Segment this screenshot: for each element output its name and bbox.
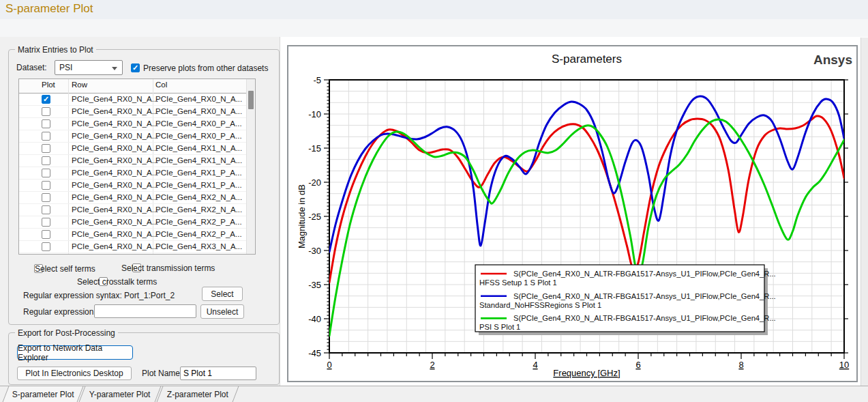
table-row[interactable]: PCIe_Gen4_RX0_N_A...PCIe_Gen4_RX2_N_A...: [19, 192, 248, 204]
table-row[interactable]: PCIe_Gen4_RX0_N_A...PCIe_Gen4_RX1_N_A...: [19, 155, 248, 167]
row-cell: PCIe_Gen4_RX0_N_A...: [72, 205, 158, 214]
svg-text:4: 4: [533, 360, 537, 370]
dataset-select[interactable]: PSI: [55, 60, 123, 75]
plot-checkbox[interactable]: [42, 119, 50, 128]
table-scrollbar[interactable]: [246, 79, 255, 254]
preserve-plots-label: Preserve plots from other datasets: [143, 63, 268, 73]
select-button[interactable]: Select: [202, 287, 243, 301]
svg-text:-30: -30: [308, 246, 321, 256]
plot-checkbox[interactable]: [42, 144, 50, 153]
table-row[interactable]: PCIe_Gen4_RX0_N_A...PCIe_Gen4_RX1_P_A...: [19, 180, 248, 192]
col-cell: PCIe_Gen4_RX1_N_A...: [155, 144, 242, 152]
panel-splitter[interactable]: [280, 37, 280, 386]
plot-checkbox[interactable]: [42, 132, 50, 141]
chart-title: S-parameters: [552, 53, 622, 66]
legend-entry-name: S(PCIe_Gen4_RX0_N_ALTR-FBGA1517-Ansys_U1…: [513, 314, 776, 322]
plot-checkbox[interactable]: [42, 169, 50, 177]
x-axis-label: Frequency [GHz]: [553, 368, 620, 378]
table-row[interactable]: PCIe_Gen4_RX0_N_A...PCIe_Gen4_RX3_N_A...: [19, 241, 248, 253]
regex-syntax-label: Regular expression syntax: Port_1:Port_2: [23, 291, 175, 300]
table-row[interactable]: PCIe_Gen4_RX0_N_A...PCIe_Gen4_RX2_P_A...: [19, 216, 248, 229]
row-cell: PCIe_Gen4_RX0_N_A...: [72, 230, 158, 238]
svg-text:-45: -45: [308, 348, 321, 358]
col-cell: PCIe_Gen4_RX0_P_A...: [155, 132, 242, 140]
chart-frame: S-parametersAnsys0246810-5-10-15-20-25-3…: [287, 45, 858, 382]
row-cell: PCIe_Gen4_RX0_N_A...: [72, 181, 158, 189]
column-header-plot[interactable]: Plot: [42, 81, 55, 89]
plot-checkbox[interactable]: [42, 156, 50, 165]
tab-s-parameter-plot[interactable]: S-parameter Plot: [3, 386, 84, 402]
col-cell: PCIe_Gen4_RX2_N_A...: [155, 193, 242, 201]
svg-text:-25: -25: [308, 212, 321, 222]
plot-checkbox[interactable]: [42, 193, 50, 202]
column-header-col[interactable]: Col: [155, 81, 167, 89]
table-row[interactable]: PCIe_Gen4_RX0_N_A...PCIe_Gen4_RX1_N_A...: [19, 143, 248, 155]
regex-label: Regular expression:: [23, 307, 96, 317]
plot-checkbox[interactable]: [42, 218, 50, 227]
plot-checkbox[interactable]: [42, 95, 50, 104]
tab-z-parameter-plot[interactable]: Z-parameter Plot: [157, 386, 239, 402]
chevron-down-icon: [112, 67, 117, 70]
plot-checkbox[interactable]: [42, 230, 50, 239]
svg-text:10: 10: [839, 360, 849, 370]
svg-text:-10: -10: [308, 109, 321, 119]
unselect-button[interactable]: Unselect: [200, 304, 244, 319]
row-cell: PCIe_Gen4_RX0_N_A...: [72, 193, 158, 201]
tab-bar: S-parameter Plot Y-parameter Plot Z-para…: [0, 386, 868, 402]
table-row[interactable]: PCIe_Gen4_RX0_N_A...PCIe_Gen4_RX2_P_A...: [19, 229, 248, 241]
row-cell: PCIe_Gen4_RX0_N_A...: [72, 119, 158, 128]
y-tick-labels: -5-10-15-20-25-30-35-40-45: [308, 75, 321, 358]
table-row[interactable]: PCIe_Gen4_RX0_N_A...PCIe_Gen4_RX0_N_A...: [19, 106, 248, 118]
select-transmission-terms-label: Select transmission terms: [121, 263, 215, 273]
svg-text:2: 2: [430, 360, 434, 370]
dataset-label: Dataset:: [16, 63, 47, 72]
table-row[interactable]: PCIe_Gen4_RX0_N_A...PCIe_Gen4_RX2_N_A...: [19, 204, 248, 216]
plot-in-electronics-desktop-button[interactable]: Plot In Electronics Desktop: [17, 367, 132, 380]
col-cell: PCIe_Gen4_RX0_N_A...: [155, 107, 242, 115]
dataset-value: PSI: [59, 63, 72, 72]
toolbar: logx→ logy↑: [0, 19, 868, 38]
plot-name-input[interactable]: [180, 367, 256, 380]
col-cell: PCIe_Gen4_RX1_P_A...: [155, 181, 242, 189]
row-cell: PCIe_Gen4_RX0_N_A...: [72, 132, 158, 140]
svg-text:8: 8: [738, 360, 743, 370]
row-cell: PCIe_Gen4_RX0_N_A...: [72, 107, 158, 115]
table-row[interactable]: PCIe_Gen4_RX0_N_A...PCIe_Gen4_RX0_P_A...: [19, 130, 248, 143]
plot-checkbox[interactable]: [42, 205, 50, 214]
row-cell: PCIe_Gen4_RX0_N_A...: [72, 95, 158, 103]
table-row[interactable]: PCIe_Gen4_RX0_N_A...PCIe_Gen4_RX3_N_A...: [19, 253, 248, 255]
matrix-entries-group-title: Matrix Entries to Plot: [15, 45, 96, 55]
col-cell: PCIe_Gen4_RX2_N_A...: [155, 205, 242, 214]
y-axis-label: Magnitude in dB: [297, 184, 307, 248]
svg-text:-20: -20: [308, 177, 321, 188]
plot-checkbox[interactable]: [42, 181, 50, 190]
plot-checkbox[interactable]: [42, 107, 50, 116]
row-cell: PCIe_Gen4_RX0_N_A...: [72, 218, 158, 226]
col-cell: PCIe_Gen4_RX2_P_A...: [155, 230, 242, 238]
table-row[interactable]: PCIe_Gen4_RX0_N_A...PCIe_Gen4_RX1_P_A...: [19, 167, 248, 180]
row-cell: PCIe_Gen4_RX0_N_A...: [72, 242, 158, 250]
column-header-row[interactable]: Row: [72, 81, 87, 89]
tab-y-parameter-plot[interactable]: Y-parameter Plot: [79, 386, 162, 402]
plot-checkbox[interactable]: [42, 242, 50, 251]
svg-text:6: 6: [635, 360, 640, 370]
chart-legend: S(PCIe_Gen4_RX0_N_ALTR-FBGA1517-Ansys_U1…: [475, 265, 776, 335]
legend-entry-name: S(PCIe_Gen4_RX0_N_ALTR-FBGA1517-Ansys_U1…: [513, 270, 776, 278]
export-network-data-explorer-button[interactable]: Export to Network Data Explorer: [17, 345, 133, 360]
table-row[interactable]: PCIe_Gen4_RX0_N_A...PCIe_Gen4_RX0_P_A...: [19, 118, 248, 130]
col-cell: PCIe_Gen4_RX0_N_A...: [155, 95, 242, 103]
table-row[interactable]: PCIe_Gen4_RX0_N_A...PCIe_Gen4_RX0_N_A...: [19, 94, 248, 106]
export-group-title: Export for Post-Processing: [15, 328, 118, 338]
row-cell: PCIe_Gen4_RX0_N_A...: [72, 156, 158, 164]
ansys-logo: Ansys: [813, 53, 852, 67]
scrollbar-thumb[interactable]: [248, 91, 254, 109]
regex-input[interactable]: [94, 304, 196, 318]
s-parameters-chart: S-parametersAnsys0246810-5-10-15-20-25-3…: [288, 46, 856, 381]
col-cell: PCIe_Gen4_RX3_N_A...: [155, 242, 242, 250]
legend-entry-sub: PSI S Plot 1: [479, 323, 520, 331]
legend-entry-sub: Standard_NoHFSSRegions S Plot 1: [479, 301, 601, 309]
svg-text:-5: -5: [313, 75, 321, 85]
col-cell: PCIe_Gen4_RX1_P_A...: [155, 169, 242, 177]
plot-name-label: Plot Name:: [142, 369, 182, 378]
preserve-plots-checkbox[interactable]: [131, 63, 140, 72]
